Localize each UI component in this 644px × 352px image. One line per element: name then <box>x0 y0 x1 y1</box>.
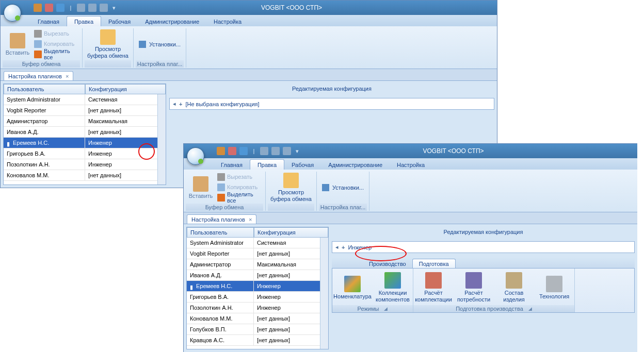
install-label: Установки... <box>332 185 364 191</box>
menu-work[interactable]: Рабочая <box>284 160 321 170</box>
col-config-header[interactable]: Конфигурация <box>254 227 328 238</box>
qat-icon-4[interactable] <box>260 147 268 155</box>
collections-button[interactable]: Коллекции компонентов <box>373 270 413 305</box>
tab-production[interactable]: Производство <box>363 259 412 268</box>
menu-settings[interactable]: Настройка <box>390 160 432 170</box>
col-config-header[interactable]: Конфигурация <box>85 84 166 94</box>
config-bar[interactable]: ◂ + Инженер <box>332 241 635 253</box>
col-user-header[interactable]: Пользователь <box>4 84 85 94</box>
menu-main[interactable]: Главная <box>30 16 67 26</box>
qat-icon-1[interactable] <box>34 4 42 12</box>
technology-button[interactable]: Технология <box>534 270 574 305</box>
table-row[interactable]: Позолоткин А.Н.Инженер <box>187 303 328 313</box>
menu-admin[interactable]: Администрирование <box>138 16 206 26</box>
qat-icon-6[interactable] <box>100 4 108 12</box>
cell-user-text: Григорьев В.А. <box>7 150 45 157</box>
users-grid: Пользователь Конфигурация System Adminis… <box>186 227 329 349</box>
install-button[interactable]: Установки... <box>319 172 367 204</box>
cell-user: Коновалов М.М. <box>4 170 85 181</box>
close-icon[interactable]: × <box>249 216 252 223</box>
select-all-icon <box>217 194 225 202</box>
titlebar: | ▾ VOGBIT <ООО СТП> <box>184 144 637 158</box>
cell-user-text: Еремеев Н.С. <box>13 140 49 146</box>
plus-icon[interactable]: + <box>179 101 182 107</box>
arrow-left-icon[interactable]: ◂ <box>335 244 339 250</box>
table-row[interactable]: Иванов А.Д.[нет данных] <box>4 127 166 138</box>
table-row[interactable]: Кравцов А.С.[нет данных] <box>187 335 328 346</box>
table-row[interactable]: Григорьев В.А.Инженер <box>187 292 328 303</box>
table-row[interactable]: Позолоткин А.Н.Инженер <box>4 159 166 170</box>
copy-button[interactable]: Копировать <box>216 182 263 192</box>
copy-button[interactable]: Копировать <box>33 39 80 49</box>
menu-settings[interactable]: Настройка <box>206 16 249 26</box>
nomenclature-icon <box>344 276 361 292</box>
cut-icon <box>217 173 225 181</box>
arrow-left-icon[interactable]: ◂ <box>173 100 176 107</box>
select-all-button[interactable]: Выделить все <box>33 49 80 59</box>
menu-work[interactable]: Рабочая <box>101 16 138 26</box>
doc-tab-plugins[interactable]: Настройка плагинов × <box>187 214 256 224</box>
table-row[interactable]: Коновалов М.М.[нет данных] <box>187 313 328 324</box>
doc-tab-plugins[interactable]: Настройка плагинов × <box>4 71 73 80</box>
qat-icon-4[interactable] <box>77 4 85 12</box>
group-launcher-icon[interactable]: ◢ <box>528 306 532 311</box>
qat-icon-3[interactable] <box>56 4 65 12</box>
right-panel-title: Редактируемая конфигурация <box>169 83 494 94</box>
qat-icon-2[interactable] <box>228 147 236 155</box>
composition-button[interactable]: Состав изделия <box>494 270 534 305</box>
table-row[interactable]: Vogbit Reporter[нет данных] <box>187 248 328 259</box>
table-row[interactable]: АдминистраторМаксимальная <box>187 259 328 270</box>
table-row[interactable]: Григорьев В.А.Инженер <box>4 148 166 159</box>
paste-button[interactable]: Вставить <box>186 172 216 204</box>
view-clipboard-button[interactable]: Просмотр буфера обмена <box>85 28 131 60</box>
qat-icon-1[interactable] <box>217 147 225 155</box>
table-row[interactable]: Vogbit Reporter[нет данных] <box>4 105 166 116</box>
group-launcher-icon[interactable]: ◢ <box>384 306 388 311</box>
tab-preparation[interactable]: Подготовка <box>412 259 456 268</box>
qat-icon-6[interactable] <box>283 147 291 155</box>
cell-user-text: Vogbit Reporter <box>7 107 46 113</box>
copy-label: Копировать <box>44 41 74 47</box>
qat-icon-5[interactable] <box>88 4 96 12</box>
qat-more-icon[interactable]: ▾ <box>294 147 300 155</box>
modes-group-label: Режимы <box>358 306 379 312</box>
calc-complect-button[interactable]: Расчёт комплектации <box>413 270 454 305</box>
cut-button[interactable]: Вырезать <box>33 28 80 39</box>
table-row[interactable]: System AdministratorСистемная <box>4 94 166 105</box>
paste-icon <box>193 176 208 192</box>
app-menu-button[interactable] <box>184 144 207 158</box>
plugin-group-label: Настройка плаг... <box>136 60 184 68</box>
install-button[interactable]: Установки... <box>136 28 184 60</box>
paste-button[interactable]: Вставить <box>3 28 33 60</box>
close-icon[interactable]: × <box>66 73 69 79</box>
select-all-button[interactable]: Выделить все <box>216 192 263 203</box>
config-bar[interactable]: ◂ + [Не выбрана конфигурация] <box>169 98 494 110</box>
grid-scrollbar[interactable] <box>157 94 166 185</box>
menu-main[interactable]: Главная <box>214 160 250 170</box>
table-row[interactable]: Голубков В.П.[нет данных] <box>187 324 328 335</box>
qat-icon-5[interactable] <box>271 147 280 155</box>
calc-complect-label: Расчёт комплектации <box>414 290 453 303</box>
nomenclature-button[interactable]: Номенклатура <box>332 270 373 305</box>
qat-icon-2[interactable] <box>45 4 53 12</box>
copy-label: Копировать <box>227 184 257 190</box>
plus-icon[interactable]: + <box>342 244 345 250</box>
table-row[interactable]: ▮Еремеев Н.С.Инженер▸ <box>4 138 166 148</box>
menu-edit[interactable]: Правка <box>67 16 101 26</box>
cut-button[interactable]: Вырезать <box>216 172 263 182</box>
table-row[interactable]: ▮Еремеев Н.С.Инженер▸ <box>187 281 328 292</box>
calc-need-button[interactable]: Расчёт потребности <box>454 270 494 305</box>
menu-admin[interactable]: Администрирование <box>321 160 390 170</box>
qat-more-icon[interactable]: ▾ <box>111 4 117 12</box>
col-user-header[interactable]: Пользователь <box>187 227 254 238</box>
qat-icon-3[interactable] <box>239 147 248 155</box>
cell-user-text: Коновалов М.М. <box>7 172 50 178</box>
table-row[interactable]: Иванов А.Д.[нет данных] <box>187 270 328 281</box>
menu-edit[interactable]: Правка <box>250 159 284 170</box>
table-row[interactable]: АдминистраторМаксимальная <box>4 116 166 127</box>
table-row[interactable]: System AdministratorСистемная <box>187 238 328 248</box>
app-menu-button[interactable] <box>1 1 24 15</box>
grid-scrollbar[interactable] <box>320 238 328 349</box>
table-row[interactable]: Коновалов М.М.[нет данных] <box>4 170 166 181</box>
view-clipboard-button[interactable]: Просмотр буфера обмена <box>268 172 314 204</box>
